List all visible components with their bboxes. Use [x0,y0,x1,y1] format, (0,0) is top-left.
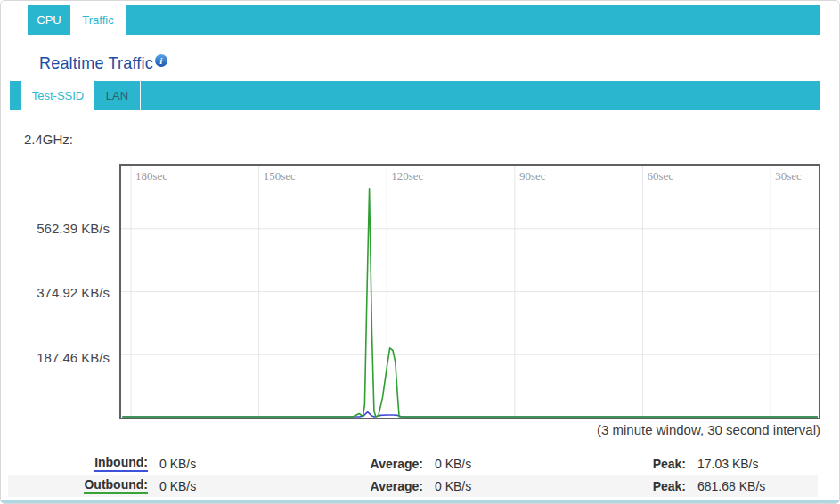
tab-test-ssid[interactable]: Test-SSID [21,81,94,110]
outbound-peak-label: Peak: [632,479,686,493]
chart-window-note: (3 minute window, 30 second interval) [119,422,820,437]
tab-traffic[interactable]: Traffic [70,5,126,35]
y-axis-tick-label: 374.92 KB/s [1,285,110,300]
inbound-peak-value: 17.03 KB/s [686,457,818,471]
top-tab-bar: CPU Traffic [28,5,820,35]
inbound-average-label: Average: [360,457,423,471]
band-label: 2.4GHz: [24,132,73,147]
outbound-average-value: 0 KB/s [423,479,632,493]
page-title: Realtime Traffici [39,54,167,73]
inbound-value: 0 KB/s [148,457,360,471]
x-axis-tick-label: 90sec [519,169,546,183]
table-row-inbound: Inbound: 0 KB/s Average: 0 KB/s Peak: 17… [8,452,818,475]
x-axis-tick-label: 120sec [391,169,423,183]
outbound-peak-value: 681.68 KB/s [686,479,818,493]
x-axis-tick-label: 180sec [135,169,167,183]
page-title-text: Realtime Traffic [39,54,153,72]
x-axis-tick-label: 60sec [648,169,674,183]
info-icon[interactable]: i [155,54,167,67]
inbound-line [122,412,817,417]
y-axis-tick-label: 187.46 KB/s [1,350,110,365]
x-axis-tick-label: 30sec [775,169,802,183]
inbound-average-value: 0 KB/s [423,457,632,471]
outbound-label: Outbound: [8,477,148,494]
y-axis-tick-label: 562.39 KB/s [1,221,110,236]
x-axis-tick-label: 150sec [264,169,296,183]
tab-cpu[interactable]: CPU [28,5,70,35]
outbound-line [122,189,817,417]
traffic-stats-table: Inbound: 0 KB/s Average: 0 KB/s Peak: 17… [8,452,818,497]
traffic-monitor-panel: CPU Traffic Realtime Traffici Test-SSID … [0,0,840,504]
panel-bottom-edge [1,500,839,503]
traffic-chart-canvas: 180sec150sec120sec90sec60sec30sec [121,166,819,418]
outbound-value: 0 KB/s [148,479,360,493]
outbound-average-label: Average: [360,479,423,493]
tab-lan[interactable]: LAN [94,81,141,110]
inbound-label: Inbound: [8,455,148,472]
traffic-chart: 180sec150sec120sec90sec60sec30sec [119,164,820,419]
interface-tab-bar: Test-SSID LAN [10,81,820,110]
table-row-outbound: Outbound: 0 KB/s Average: 0 KB/s Peak: 6… [8,475,818,497]
inbound-peak-label: Peak: [632,457,686,471]
